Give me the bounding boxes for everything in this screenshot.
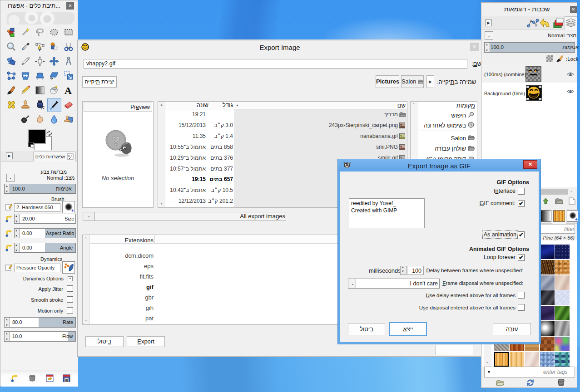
svg-text:?: ? [112, 133, 120, 148]
svg-text:A: A [64, 85, 72, 95]
svg-text:+: + [71, 208, 74, 213]
svg-text:+: + [575, 217, 578, 221]
